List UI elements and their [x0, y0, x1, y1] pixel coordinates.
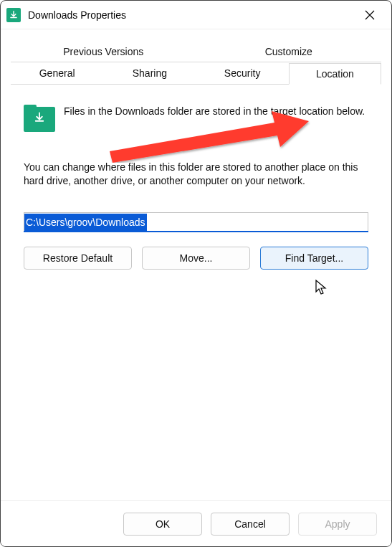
cancel-button[interactable]: Cancel	[211, 513, 290, 536]
info-row: Files in the Downloads folder are stored…	[24, 105, 368, 132]
tab-location[interactable]: Location	[289, 63, 381, 85]
dialog-buttons: OK Cancel Apply	[1, 500, 391, 546]
path-input[interactable]: C:\Users\groov\Downloads	[24, 212, 368, 232]
description-text: You can change where files in this folde…	[24, 161, 368, 188]
path-value: C:\Users\groov\Downloads	[24, 214, 147, 231]
move-button[interactable]: Move...	[142, 247, 250, 270]
tab-row-1: Previous Versions Customize	[11, 41, 381, 62]
restore-default-button[interactable]: Restore Default	[24, 247, 132, 270]
tab-previous-versions[interactable]: Previous Versions	[11, 41, 196, 62]
downloads-folder-icon	[24, 105, 55, 132]
tabstrip: Previous Versions Customize General Shar…	[11, 41, 381, 85]
location-buttons: Restore Default Move... Find Target...	[24, 247, 368, 270]
tab-sharing[interactable]: Sharing	[103, 62, 196, 84]
find-target-button[interactable]: Find Target...	[260, 247, 368, 270]
input-focus-underline	[24, 231, 368, 232]
download-icon	[9, 10, 19, 20]
tab-general[interactable]: General	[11, 62, 103, 84]
info-text: Files in the Downloads folder are stored…	[64, 105, 365, 118]
tab-row-2: General Sharing Security Location	[11, 62, 381, 85]
window-title: Downloads Properties	[28, 9, 354, 21]
close-button[interactable]	[354, 4, 386, 27]
app-icon	[6, 8, 21, 22]
tab-security[interactable]: Security	[196, 62, 289, 84]
ok-button[interactable]: OK	[123, 513, 202, 536]
download-arrow-icon	[33, 111, 46, 124]
close-icon	[365, 10, 375, 20]
dialog-content: Previous Versions Customize General Shar…	[1, 29, 391, 500]
tabpage-location: Files in the Downloads folder are stored…	[11, 85, 381, 270]
tab-customize[interactable]: Customize	[196, 41, 382, 62]
titlebar: Downloads Properties	[1, 1, 391, 29]
apply-button[interactable]: Apply	[298, 513, 377, 536]
